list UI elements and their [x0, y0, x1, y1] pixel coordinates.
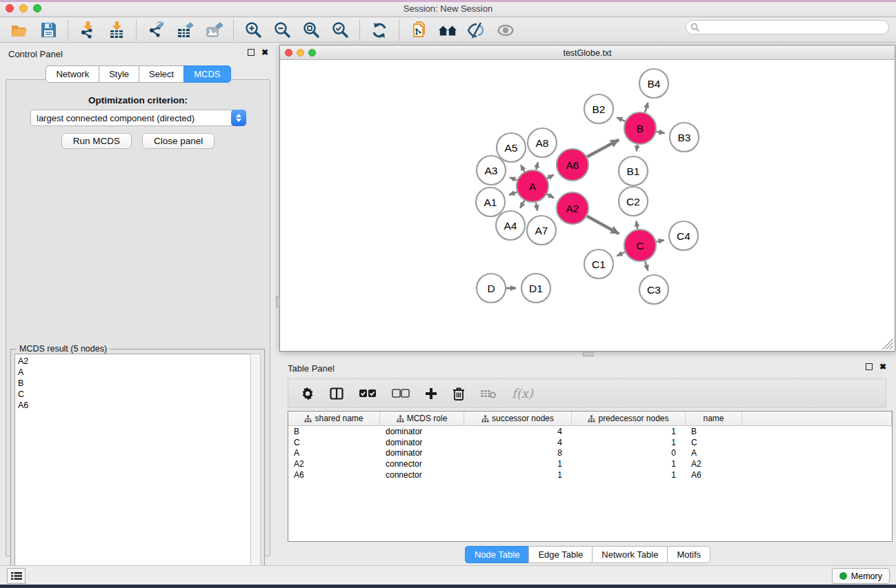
window-resize-grip[interactable] [882, 338, 893, 349]
network-graph[interactable]: B4B2BB3A5A8A6B1A3AA1C2A2A4A7C4CC1C3DD1 [281, 61, 894, 351]
graph-node-C4[interactable]: C4 [669, 221, 698, 250]
tab-mcds[interactable]: MCDS [183, 65, 230, 83]
table-settings-icon[interactable] [301, 387, 315, 401]
network-canvas[interactable]: B4B2BB3A5A8A6B1A3AA1C2A2A4A7C4CC1C3DD1 [281, 61, 894, 351]
table-row[interactable]: A6connector11A6 [288, 469, 892, 480]
graph-edge-C-C2[interactable] [636, 221, 637, 230]
task-history-button[interactable] [7, 568, 26, 584]
select-all-icon[interactable] [359, 389, 377, 398]
column-header-MCDS-role[interactable]: MCDS role [380, 412, 464, 425]
graph-node-A4[interactable]: A4 [496, 211, 525, 240]
graph-node-B2[interactable]: B2 [584, 94, 613, 123]
graph-edge-A6-B[interactable] [587, 140, 619, 157]
column-header-shared-name[interactable]: shared name [288, 412, 380, 425]
column-header-predecessor-nodes[interactable]: predecessor nodes [572, 412, 686, 425]
hide-graphics-details-icon[interactable] [496, 21, 515, 40]
column-header-successor-nodes[interactable]: successor nodes [464, 412, 572, 425]
table-row[interactable]: Adominator80A [288, 447, 892, 458]
graph-node-B1[interactable]: B1 [619, 156, 648, 185]
graph-node-C2[interactable]: C2 [619, 187, 648, 216]
column-header-name[interactable]: name [686, 412, 742, 425]
graph-node-D1[interactable]: D1 [521, 274, 550, 303]
graph-node-A6[interactable]: A6 [557, 149, 588, 181]
deselect-all-icon[interactable] [392, 389, 410, 398]
graph-edge-A-A4[interactable] [520, 201, 524, 208]
mcds-result-item[interactable]: C [18, 389, 250, 400]
open-file-icon[interactable] [10, 21, 29, 40]
import-table-icon[interactable] [107, 21, 126, 40]
search-input[interactable] [686, 20, 889, 34]
export-table-icon[interactable] [175, 21, 195, 40]
mcds-result-list[interactable]: A2ABCA6 [14, 354, 251, 580]
graph-node-A8[interactable]: A8 [528, 128, 557, 157]
close-panel-button[interactable]: Close panel [142, 133, 215, 149]
graph-node-A7[interactable]: A7 [527, 216, 556, 245]
graph-edge-C-C4[interactable] [656, 240, 664, 242]
column-view-icon[interactable] [330, 387, 344, 400]
graph-edge-C-C3[interactable] [645, 261, 648, 270]
graph-node-A3[interactable]: A3 [477, 156, 506, 185]
clone-network-icon[interactable] [409, 21, 428, 40]
splitter-handle[interactable] [276, 296, 280, 307]
import-network-icon[interactable] [78, 21, 97, 40]
tab-network[interactable]: Network [46, 65, 99, 83]
export-image-icon[interactable] [204, 21, 223, 40]
graph-edge-A-A5[interactable] [521, 165, 524, 172]
memory-button[interactable]: Memory [832, 568, 890, 584]
graph-edge-A-A8[interactable] [536, 162, 538, 170]
save-session-icon[interactable] [39, 21, 58, 40]
table-row[interactable]: Cdominator41C [288, 437, 892, 448]
graph-edge-A-A2[interactable] [547, 194, 554, 198]
table-row[interactable]: Bdominator41B [288, 426, 892, 437]
zoom-selected-icon[interactable] [330, 21, 350, 40]
home-icon[interactable] [438, 21, 457, 40]
graph-node-B4[interactable]: B4 [639, 69, 668, 98]
graph-edge-A-A3[interactable] [510, 177, 517, 180]
refresh-icon[interactable] [370, 21, 389, 40]
tab-style[interactable]: Style [99, 65, 139, 83]
mcds-result-item[interactable]: A [18, 367, 250, 378]
delete-column-icon[interactable] [452, 387, 465, 401]
graph-node-B3[interactable]: B3 [670, 123, 699, 152]
mcds-result-item[interactable]: A6 [18, 400, 250, 411]
graph-node-B[interactable]: B [624, 112, 656, 144]
network-window-titlebar[interactable]: testGlobe.txt [280, 45, 895, 60]
graph-edge-B-B3[interactable] [657, 132, 665, 133]
tab-motifs[interactable]: Motifs [667, 546, 710, 563]
table-row[interactable]: A2connector11A2 [288, 458, 892, 469]
float-table-panel-icon[interactable] [866, 363, 873, 370]
delete-table-icon[interactable] [480, 388, 497, 399]
splitter-handle[interactable] [583, 352, 594, 356]
add-column-icon[interactable] [425, 387, 437, 400]
tab-node-table[interactable]: Node Table [465, 546, 529, 563]
graph-node-A[interactable]: A [517, 170, 548, 202]
graph-node-A2[interactable]: A2 [557, 192, 588, 224]
graph-edge-A-A7[interactable] [536, 203, 537, 211]
tab-edge-table[interactable]: Edge Table [528, 546, 592, 563]
graph-edge-A2-C[interactable] [587, 216, 619, 234]
tab-select[interactable]: Select [139, 65, 183, 83]
graph-node-C1[interactable]: C1 [584, 250, 613, 278]
tab-network-table[interactable]: Network Table [592, 546, 667, 563]
run-mcds-button[interactable]: Run MCDS [61, 133, 132, 149]
optimization-criterion-select[interactable]: largest connected component (directed) [30, 110, 246, 126]
zoom-in-icon[interactable] [243, 21, 263, 40]
mcds-result-item[interactable]: A2 [18, 356, 250, 367]
graph-node-C[interactable]: C [624, 230, 656, 261]
mcds-result-item[interactable]: B [18, 378, 250, 389]
graph-edge-B-B2[interactable] [617, 117, 625, 121]
float-panel-icon[interactable] [248, 49, 255, 56]
graph-edge-B-B1[interactable] [637, 145, 638, 152]
export-network-icon[interactable] [146, 21, 166, 40]
close-panel-icon[interactable]: ✖ [261, 49, 268, 56]
graph-edge-A-A1[interactable] [509, 192, 517, 194]
result-scrollbar[interactable] [250, 354, 261, 580]
graph-edge-A-A6[interactable] [547, 175, 553, 179]
show-graphics-details-icon[interactable] [467, 21, 486, 40]
graph-node-A5[interactable]: A5 [497, 133, 526, 162]
graph-edge-B-B4[interactable] [645, 103, 648, 112]
graph-edge-C-C1[interactable] [617, 252, 625, 256]
zoom-fit-icon[interactable] [301, 21, 321, 40]
function-builder-icon[interactable]: f(x) [512, 386, 533, 401]
graph-node-C3[interactable]: C3 [639, 275, 668, 304]
